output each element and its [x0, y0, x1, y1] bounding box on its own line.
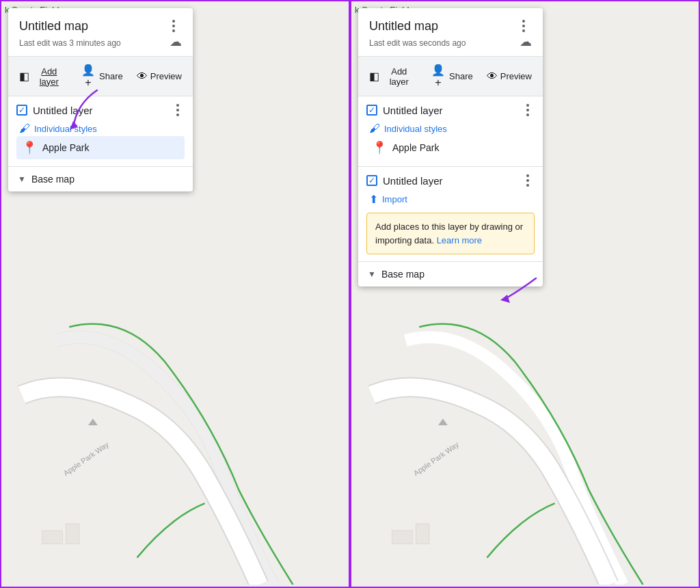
left-panel: Apple Park Way Untitled map Last edit wa…	[0, 0, 350, 588]
left-sidebar: Untitled map Last edit was 3 minutes ago…	[8, 8, 193, 191]
learn-more-link[interactable]: Learn more	[437, 235, 482, 245]
svg-rect-9	[392, 531, 413, 544]
chevron-icon-right: ▼	[368, 269, 376, 279]
layer-more2-right[interactable]	[521, 174, 535, 187]
pin-icon-left: 📍	[22, 140, 37, 155]
toolbar-left: ◧ Add layer 👤+ Share 👁 Preview	[8, 57, 193, 96]
tooltip-box-right: Add places to this layer by drawing or i…	[366, 213, 535, 254]
svg-rect-4	[66, 524, 79, 544]
add-layer-btn-left[interactable]: ◧ Add layer	[14, 64, 72, 90]
map-title-left: Untitled map	[19, 19, 88, 34]
individual-styles-link-right[interactable]: 🖌 Individual styles	[366, 121, 535, 136]
preview-btn-right[interactable]: 👁 Preview	[481, 68, 537, 85]
add-layer-btn-right[interactable]: ◧ Add layer	[364, 64, 422, 90]
last-edit-left: Last edit was 3 minutes ago	[19, 38, 121, 48]
sidebar-header-right: Untitled map Last edit was seconds ago ☁	[358, 8, 543, 57]
import-icon-right: ⬆	[369, 193, 378, 206]
last-edit-right: Last edit was seconds ago	[369, 38, 466, 48]
share-icon-right: 👤+	[430, 64, 446, 89]
layer-checkbox1-right[interactable]: ✓	[366, 105, 377, 116]
share-btn-right[interactable]: 👤+ Share	[425, 61, 479, 92]
layer-name2-right: Untitled layer	[383, 175, 443, 187]
eye-icon-right: 👁	[487, 70, 498, 83]
layers-icon-left: ◧	[19, 70, 29, 83]
share-icon-left: 👤+	[80, 64, 96, 89]
cloud-icon-left: ☁	[170, 34, 182, 49]
share-btn-left[interactable]: 👤+ Share	[75, 61, 129, 92]
svg-rect-10	[416, 524, 429, 544]
layers-icon-right: ◧	[369, 70, 379, 83]
right-panel: Apple Park Way Untitled map Last edit wa…	[350, 0, 700, 588]
layer-checkbox2-right[interactable]: ✓	[366, 175, 377, 186]
toolbar-right: ◧ Add layer 👤+ Share 👁 Preview	[358, 57, 543, 96]
map-title-right: Untitled map	[369, 19, 438, 34]
import-link-right[interactable]: ⬆ Import	[366, 191, 535, 207]
preview-btn-left[interactable]: 👁 Preview	[131, 68, 187, 85]
layer-name1-right: Untitled layer	[383, 105, 443, 116]
layer-header-left: ✓ Untitled layer	[16, 103, 185, 117]
cloud-icon-right: ☁	[520, 34, 532, 49]
eye-icon-left: 👁	[137, 70, 148, 83]
chevron-icon-left: ▼	[18, 174, 26, 184]
apple-park-item-right[interactable]: 📍 Apple Park	[366, 136, 535, 159]
layer-section1-right: ✓ Untitled layer 🖌 Individual styles 📍 A…	[358, 96, 543, 167]
more-options-right[interactable]	[515, 18, 532, 34]
layer-more1-right[interactable]	[521, 103, 535, 117]
layer-section2-right: ✓ Untitled layer ⬆ Import Add places to …	[358, 167, 543, 262]
basemap-section-right[interactable]: ▼ Base map	[358, 262, 543, 286]
style-icon-left: 🖌	[19, 122, 30, 135]
basemap-section-left[interactable]: ▼ Base map	[8, 167, 193, 191]
style-icon1-right: 🖌	[369, 122, 380, 135]
layer-header1-right: ✓ Untitled layer	[366, 103, 535, 117]
more-options-left[interactable]	[165, 18, 182, 34]
layer-more-left[interactable]	[171, 103, 185, 117]
pin-icon1-right: 📍	[372, 140, 387, 155]
apple-park-item-left[interactable]: 📍 Apple Park	[16, 136, 185, 159]
layer-checkbox-left[interactable]: ✓	[16, 105, 27, 116]
individual-styles-link-left[interactable]: 🖌 Individual styles	[16, 121, 185, 136]
layer-section-left: ✓ Untitled layer 🖌 Individual styles 📍 A…	[8, 96, 193, 167]
layer-header2-right: ✓ Untitled layer	[366, 174, 535, 187]
layer-name-left: Untitled layer	[33, 105, 93, 116]
sidebar-header-left: Untitled map Last edit was 3 minutes ago…	[8, 8, 193, 57]
svg-rect-3	[42, 531, 63, 544]
right-sidebar: Untitled map Last edit was seconds ago ☁…	[358, 8, 543, 286]
